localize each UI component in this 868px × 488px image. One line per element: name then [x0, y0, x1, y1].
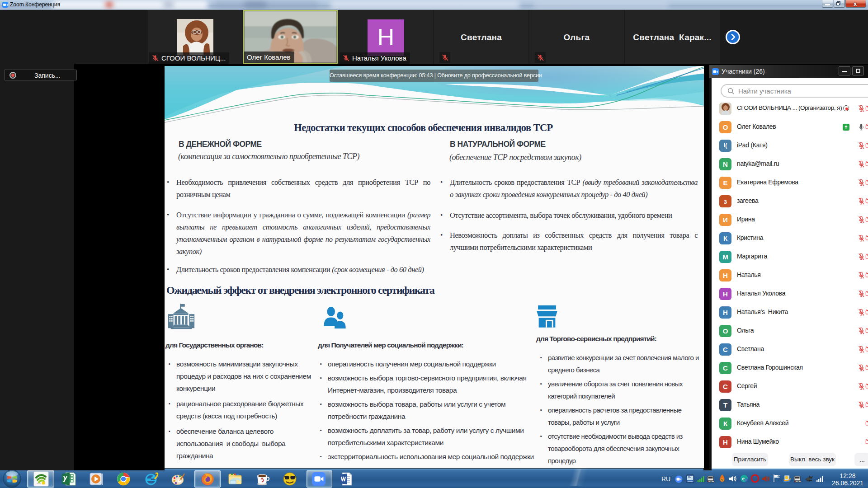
svg-text:e: e	[742, 475, 745, 482]
svg-text:i: i	[745, 479, 746, 482]
